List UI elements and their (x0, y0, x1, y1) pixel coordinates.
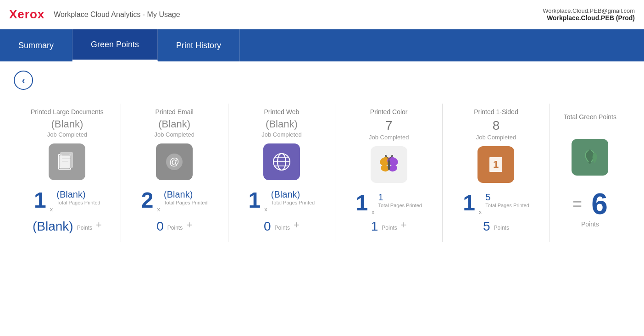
nav: Summary Green Points Print History (0, 29, 644, 61)
mult-x-1: x (157, 206, 161, 213)
plus-1: + (186, 219, 192, 231)
card-title-4: Printed 1-Sided (474, 108, 518, 116)
card-value-3: 7 (385, 118, 393, 133)
card-color: Printed Color 7 Job Completed (335, 104, 443, 242)
mult-number-0: 1 (34, 189, 46, 211)
cards-row: Printed Large Documents (Blank) Job Comp… (14, 104, 630, 242)
card-title-1: Printed Email (155, 108, 194, 116)
mult-label-3: Total Pages Printed (378, 203, 422, 208)
xerox-logo-text: Xerox (9, 7, 44, 22)
card-value-1: (Blank) (158, 118, 190, 130)
mult-val-2: (Blank) (271, 189, 300, 200)
back-button[interactable]: ‹ (14, 71, 33, 90)
xerox-logo: Xerox (9, 7, 44, 22)
total-row: = 6 (572, 189, 608, 219)
mult-val-4: 5 (485, 192, 490, 203)
plus-3: + (401, 219, 407, 231)
nav-item-summary[interactable]: Summary (0, 29, 72, 61)
total-number: 6 (591, 189, 608, 219)
nav-item-green-points[interactable]: Green Points (72, 29, 158, 61)
mult-right-1: (Blank) Total Pages Printed (164, 189, 207, 205)
card-onesided: Printed 1-Sided 8 Job Completed 1 1 x 5 … (443, 104, 550, 242)
card-email: Printed Email (Blank) Job Completed @ 2 … (121, 104, 228, 242)
points-label-0: Points (77, 225, 92, 231)
mult-right-2: (Blank) Total Pages Printed (271, 189, 315, 205)
points-val-3: 1 (371, 220, 378, 233)
points-val-4: 5 (483, 220, 490, 233)
mult-row-1: 2 x (Blank) Total Pages Printed (130, 189, 219, 213)
svg-rect-5 (58, 154, 71, 170)
mult-x-0: x (50, 206, 53, 213)
app-title: Workplace Cloud Analytics - My Usage (54, 11, 180, 19)
points-val-1: 0 (156, 220, 164, 233)
mult-val-3: 1 (378, 192, 383, 203)
points-label-1: Points (167, 225, 183, 231)
header-org: Workplace.Cloud.PEB (Prod) (543, 14, 635, 22)
email-icon: @ (156, 143, 193, 180)
points-row-1: 0 Points + (130, 219, 219, 233)
total-card: Total Green Points = 6 Points (550, 104, 630, 242)
header-email: Workplace.Cloud.PEB@gmail.com (543, 7, 635, 14)
points-val-2: 0 (264, 220, 271, 233)
card-title-0: Printed Large Documents (31, 108, 104, 116)
points-row-3: 1 Points + (344, 219, 433, 233)
mult-label-0: Total Pages Printed (56, 200, 100, 205)
mult-row-3: 1 x 1 Total Pages Printed (344, 192, 433, 215)
card-title-3: Printed Color (370, 108, 408, 116)
onesided-icon: 1 (477, 146, 514, 183)
total-title: Total Green Points (564, 113, 616, 121)
card-subtitle-4: Job Completed (476, 134, 516, 141)
plus-2: + (294, 219, 300, 231)
mult-row-2: 1 x (Blank) Total Pages Printed (238, 189, 326, 213)
svg-point-22 (391, 155, 393, 157)
card-value-4: 8 (493, 118, 500, 133)
mult-label-2: Total Pages Printed (271, 200, 315, 205)
points-label-4: Points (494, 225, 509, 231)
header-right: Workplace.Cloud.PEB@gmail.com Workplace.… (543, 7, 635, 22)
documents-icon (49, 143, 85, 180)
card-large-documents: Printed Large Documents (Blank) Job Comp… (14, 104, 121, 242)
mult-x-3: x (372, 209, 375, 215)
total-points-label: Points (581, 220, 599, 228)
mult-number-1: 2 (141, 189, 154, 211)
mult-val-1: (Blank) (164, 189, 193, 200)
points-row-4: 5 Points (452, 220, 540, 233)
green-points-icon (572, 139, 608, 176)
points-row-2: 0 Points + (238, 219, 326, 233)
svg-point-18 (388, 160, 390, 171)
mult-number-2: 1 (249, 189, 261, 211)
mult-x-2: x (264, 206, 267, 213)
mult-right-3: 1 Total Pages Printed (378, 192, 422, 208)
card-web: Printed Web (Blank) Job Completed 1 x (B… (228, 104, 336, 242)
card-subtitle-3: Job Completed (369, 134, 409, 141)
svg-text:1: 1 (493, 159, 499, 170)
mult-number-4: 1 (463, 192, 475, 214)
plus-0: + (96, 219, 102, 231)
mult-right-0: (Blank) Total Pages Printed (56, 189, 100, 205)
header-left: Xerox Workplace Cloud Analytics - My Usa… (9, 7, 180, 22)
mult-number-3: 1 (355, 192, 368, 214)
points-label-3: Points (382, 225, 397, 231)
points-label-2: Points (275, 225, 290, 231)
card-subtitle-1: Job Completed (154, 131, 194, 138)
equals-sign: = (572, 194, 582, 214)
svg-point-21 (385, 155, 387, 157)
card-subtitle-0: Job Completed (47, 131, 87, 138)
card-value-0: (Blank) (51, 118, 83, 130)
points-row-0: (Blank) Points + (23, 219, 111, 233)
web-icon (263, 143, 300, 180)
svg-text:@: @ (169, 156, 179, 167)
card-value-2: (Blank) (266, 118, 298, 130)
mult-x-4: x (479, 209, 482, 215)
mult-label-1: Total Pages Printed (164, 200, 207, 205)
mult-label-4: Total Pages Printed (485, 203, 529, 208)
color-icon (371, 146, 407, 183)
nav-item-print-history[interactable]: Print History (158, 29, 240, 61)
mult-val-0: (Blank) (56, 189, 85, 200)
header: Xerox Workplace Cloud Analytics - My Usa… (0, 0, 644, 29)
card-title-2: Printed Web (264, 108, 300, 116)
mult-right-4: 5 Total Pages Printed (485, 192, 529, 208)
mult-row-0: 1 x (Blank) Total Pages Printed (23, 189, 111, 213)
mult-row-4: 1 x 5 Total Pages Printed (452, 192, 540, 215)
points-val-0: (Blank) (33, 220, 73, 233)
